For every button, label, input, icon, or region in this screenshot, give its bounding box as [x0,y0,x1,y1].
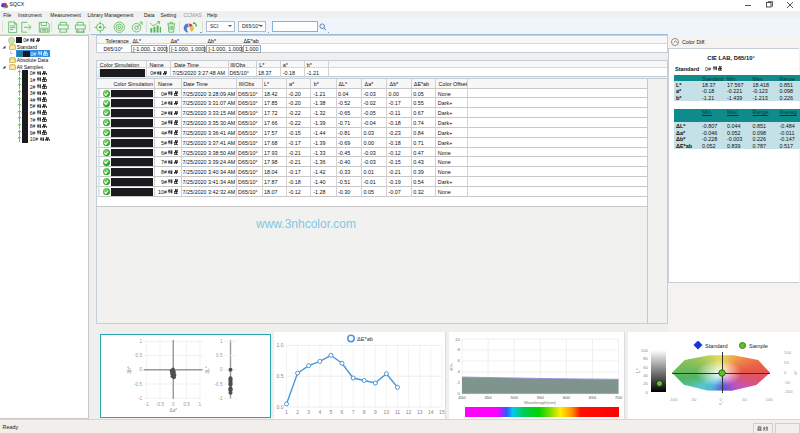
svg-text:0: 0 [220,367,223,372]
svg-text:2: 2 [296,409,299,415]
svg-text:1: 1 [199,402,202,407]
svg-text:Wavelength(nm): Wavelength(nm) [524,400,557,405]
svg-text:-0.5: -0.5 [134,382,142,387]
svg-text:-1: -1 [218,396,223,401]
svg-text:Word: Word [76,30,85,34]
svg-text:8: 8 [458,347,461,352]
svg-text:4: 4 [318,409,321,415]
svg-text:2: 2 [458,380,461,385]
svg-text:ΔE*ab: ΔE*ab [357,336,373,342]
svg-text:1.0: 1.0 [277,342,284,348]
svg-text:Δa*: Δa* [170,408,178,413]
svg-text:13: 13 [417,409,423,415]
svg-text:12: 12 [406,409,412,415]
svg-text:0: 0 [139,367,142,372]
svg-text:0: 0 [172,402,175,407]
svg-text:3: 3 [307,409,310,415]
svg-text:10: 10 [455,337,460,342]
svg-text:4: 4 [458,369,461,374]
svg-text:0.5: 0.5 [183,402,190,407]
svg-text:10: 10 [384,409,390,415]
svg-text:9: 9 [374,409,377,415]
svg-text:14: 14 [428,409,434,415]
svg-text:R%: R% [449,363,454,370]
svg-text:0.5: 0.5 [216,353,223,358]
svg-text:450: 450 [484,395,492,400]
svg-text:-1: -1 [138,396,143,401]
svg-text:700: 700 [615,395,623,400]
svg-text:1: 1 [139,339,142,344]
svg-text:Δb*: Δb* [127,366,132,374]
svg-text:-0.5: -0.5 [215,382,223,387]
svg-text:0.5: 0.5 [277,373,284,379]
svg-text:600: 600 [563,395,571,400]
svg-text:ΔL*: ΔL* [205,366,210,374]
svg-text:-1: -1 [145,402,150,407]
svg-text:6: 6 [458,358,461,363]
svg-text:500: 500 [511,395,519,400]
svg-text:-0.5: -0.5 [156,402,164,407]
svg-text:5: 5 [330,409,333,415]
svg-text:6: 6 [341,409,344,415]
svg-text:7: 7 [352,409,355,415]
svg-text:650: 650 [589,395,597,400]
svg-text:400: 400 [458,395,466,400]
svg-text:11: 11 [395,409,400,415]
svg-text:1: 1 [285,409,288,415]
svg-text:8: 8 [363,409,366,415]
svg-text:1: 1 [220,339,223,344]
svg-text:0.5: 0.5 [136,353,143,358]
svg-text:0.0: 0.0 [277,404,284,410]
svg-text:15: 15 [439,409,445,415]
